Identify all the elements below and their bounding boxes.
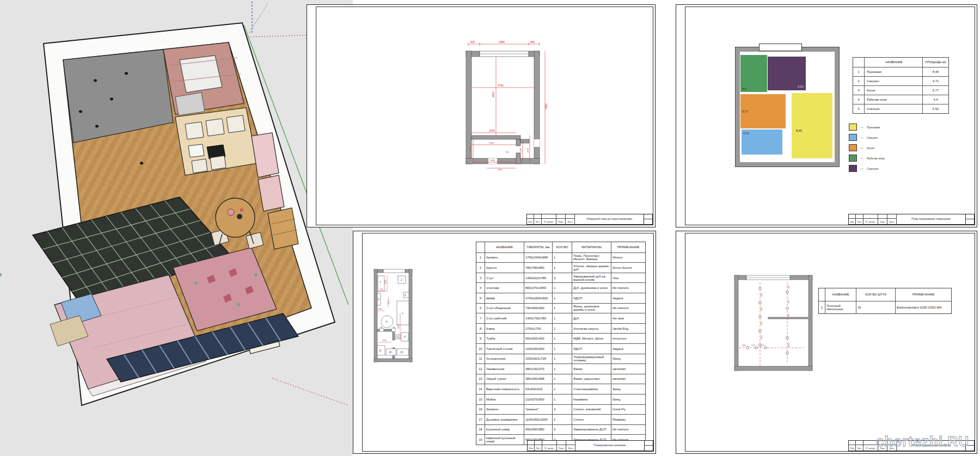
- stamp-col-podp: Подп.: [556, 219, 566, 224]
- cell-index: 1: [819, 301, 825, 313]
- cell-note: santehart: [611, 364, 645, 374]
- legend-swatch: [849, 155, 857, 162]
- legend-item: — Рабочая зона: [849, 153, 885, 163]
- title-block: Изм Лист N° докум. Подп. Дата Обмерный п…: [526, 214, 653, 225]
- svg-text:11: 11: [379, 349, 382, 352]
- zone-area-label: 8,45: [796, 129, 802, 132]
- legend-label: Прихожая: [867, 126, 880, 129]
- cell-note: life interiors: [611, 304, 645, 313]
- cell-quantity: 1: [552, 374, 572, 384]
- furniture-table-row: 8 Ковер 2700x1700 1 Хохлатая шерсть Jami…: [476, 323, 645, 334]
- cell-index: 7: [476, 313, 485, 323]
- cell-index: 4: [853, 95, 864, 104]
- cell-materials: Стекло: [572, 415, 611, 424]
- furniture-table-row: 13 Умный туалет 380x350x598 1 Фаянс, дюр…: [476, 374, 645, 384]
- cell-name: Стол обеденный: [485, 304, 524, 313]
- legend-item: — Кухня: [849, 143, 885, 153]
- svg-text:4: 4: [378, 298, 379, 301]
- cell-name: Стул: [485, 273, 524, 283]
- svg-text:19: 19: [400, 351, 403, 354]
- zone-area-label: 5,52: [798, 85, 804, 88]
- cell-materials: МДФ, Металл, Шпон: [572, 334, 611, 343]
- window-opening: [383, 269, 405, 273]
- legend-dash: —: [860, 157, 863, 160]
- cell-materials: Хохлатая шерсть: [572, 324, 611, 334]
- vase: [237, 214, 242, 219]
- cell-materials: ЛДСП: [572, 293, 611, 303]
- cell-name: Стеллаж: [485, 283, 524, 293]
- zone-area-label: 4,4: [742, 87, 746, 90]
- header-cell: МАТЕРИАЛЫ: [572, 242, 611, 252]
- legend-label: Санузел: [867, 136, 878, 139]
- furniture-table-row: 7 Стол рабочий 1400x700x780 1 Дуб the id…: [476, 313, 645, 323]
- zone-legend: — Прихожая — Санузел — Кухня —: [849, 122, 885, 174]
- zoning-table-header: НАЗВАНИЕ ПЛОЩАДЬ м2: [853, 58, 948, 67]
- cell-dimensions: 210x570x500: [524, 395, 552, 404]
- cell-note: Inmyroom: [611, 334, 645, 343]
- cell-index: 2: [476, 263, 485, 273]
- furniture-table-row: 9 Тумба 500x500x400 1 МДФ, Металл, Шпон …: [476, 333, 645, 343]
- legend-label: Спальня: [867, 167, 878, 170]
- lighting-table-header: НАЗВАНИЕ КОЛ-ВО ШТУК ПРИМЕЧАНИЕ: [819, 288, 951, 301]
- cell-materials: Стекло, алюминий: [572, 405, 611, 415]
- cell-name: Кресло: [485, 263, 524, 273]
- cell-name: Навесной кухонный шкаф: [485, 435, 524, 445]
- legend-dash: —: [860, 167, 863, 170]
- stamp-col-docnum: N° докум.: [863, 219, 878, 224]
- cell-note: Jamila Rug: [611, 324, 645, 334]
- cell-dimensions: 1460x610x785: [524, 273, 552, 283]
- stamp-col-list: Лист: [535, 445, 542, 451]
- furniture-table-header: НАЗВАНИЕ ГАБАРИТЫ, мм КОЛ-ВО МАТЕРИАЛЫ П…: [476, 242, 645, 252]
- svg-text:565: 565: [742, 344, 746, 347]
- header-cell: ПРИМЕЧАНИЕ: [611, 242, 645, 252]
- cell-index: 10: [476, 344, 485, 354]
- zoning-table: НАЗВАНИЕ ПЛОЩАДЬ м2 1 Прихожая 8,45 2 Са…: [853, 57, 949, 114]
- stamp-cells: Изм Лист N° докум. Подп. Дата: [528, 441, 575, 451]
- furniture-table-row: 14 Варочная поверхность 64x300x515 1 Сте…: [476, 384, 645, 394]
- svg-text:800: 800: [787, 343, 790, 347]
- svg-text:9: 9: [405, 294, 406, 297]
- cell-materials: Дуб: [572, 313, 611, 323]
- bathroom-floor-tile: [175, 93, 205, 115]
- header-cell: КОЛ-ВО: [552, 242, 572, 252]
- legend-swatch: [849, 134, 857, 141]
- cell-note: Allocco: [611, 253, 645, 263]
- header-cell: ПРИМЕЧАНИЕ: [895, 288, 951, 301]
- svg-text:320: 320: [378, 307, 382, 310]
- cell-quantity: 1: [552, 384, 572, 394]
- cell-note: Simon Accent: [611, 263, 645, 273]
- zoning-table-row: 1 Прихожая 8,45: [853, 67, 948, 76]
- cell-index: 11: [476, 354, 485, 364]
- light-axis-lines: [739, 282, 804, 366]
- cell-index: 19: [476, 435, 485, 445]
- furniture-table-row: 11 Холодильник 1530x601x728 1 Термоформи…: [476, 354, 645, 364]
- zoning-table-row: 2 Санузел 4,71: [853, 76, 948, 85]
- stamp-endbox: [645, 441, 653, 451]
- cell-area: 4,4: [922, 95, 948, 104]
- furniture-table-row: 5 Шкаф 2700x2500x600 1 ЛДСП Aagaxa: [476, 293, 645, 303]
- cell-name: Стол рабочий: [485, 313, 524, 323]
- cell-quantity: 1: [552, 334, 572, 343]
- zone-bedroom: 5,52: [768, 57, 806, 90]
- cell-index: 3: [853, 86, 864, 95]
- header-cell: ПЛОЩАДЬ м2: [922, 58, 948, 67]
- cell-quantity: 1: [552, 344, 572, 354]
- cell-name: Умывальник: [485, 364, 524, 374]
- svg-text:575: 575: [751, 344, 755, 347]
- furniture-table-row: 2 Кресло 780x780x860 1 Хлопок, твердое д…: [476, 262, 645, 273]
- cell-quantity: 1: [552, 253, 572, 263]
- cell-name: Ковер: [485, 324, 524, 334]
- cell-quantity: 3: [552, 425, 572, 435]
- zoning-table-row: 3 Кухня 5,77: [853, 85, 948, 95]
- cell-note: Radaway: [611, 415, 645, 424]
- svg-text:575: 575: [761, 344, 764, 347]
- cell-index: 1: [853, 67, 864, 76]
- cell-materials: Ткань, Пенопласт, Металл, Фанера: [572, 253, 611, 263]
- cell-name: Точечный светильник: [825, 301, 856, 313]
- sheet-title: План зонирования помещения: [897, 214, 966, 224]
- svg-text:800: 800: [760, 321, 763, 325]
- cell-index: 18: [476, 425, 485, 435]
- cell-quantity: 1: [552, 395, 572, 404]
- stamp-endbox: [644, 214, 652, 224]
- cell-name: Зеркало: [485, 405, 524, 415]
